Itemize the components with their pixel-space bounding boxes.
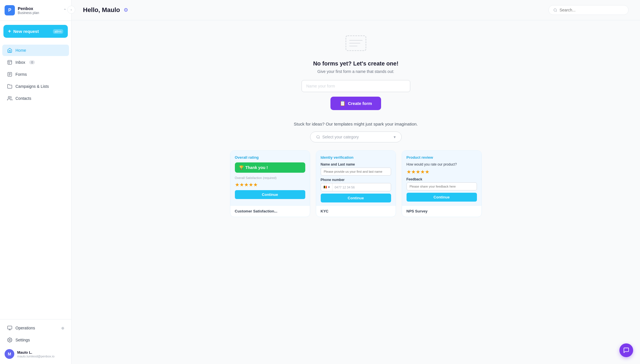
form-icon: 📋 <box>340 100 346 106</box>
satisfaction-label: Overall Satisfaction (required) <box>235 176 305 180</box>
sidebar-item-home[interactable]: Home <box>2 45 69 56</box>
svg-point-9 <box>9 339 11 341</box>
templates-section: Stuck for ideas? Our templates might jus… <box>83 122 629 217</box>
sidebar-item-settings-label: Settings <box>15 338 30 342</box>
sidebar-item-settings[interactable]: Settings <box>2 334 69 346</box>
sidebar-item-inbox[interactable]: Inbox 0 <box>2 57 69 68</box>
forms-icon <box>7 71 13 77</box>
phone-input-wrap: 🇧🇪 ▾ 0477 12 34 56 <box>321 183 391 191</box>
svg-rect-0 <box>8 60 12 64</box>
product-question: How would you rate our product? <box>407 162 477 166</box>
sidebar-header: P Penbox Business plan ⌃ <box>0 0 71 21</box>
brand-avatar: P <box>5 5 15 15</box>
card-footer-overall: Customer Satisfaction... <box>230 206 310 217</box>
sidebar-item-campaigns[interactable]: Campaigns & Lists <box>2 81 69 92</box>
card-label-product: Product review <box>407 155 477 160</box>
brand-chevron-icon[interactable]: ⌃ <box>63 8 67 13</box>
collapse-button[interactable]: ‹ <box>67 6 75 14</box>
create-form-button[interactable]: 📋 Create form <box>330 97 381 110</box>
product-continue-button[interactable]: Continue <box>407 193 477 202</box>
thankyou-banner: 🏆 Thank you ! <box>235 162 305 173</box>
overall-continue-button[interactable]: Continue <box>235 190 305 199</box>
sidebar-item-campaigns-label: Campaigns & Lists <box>15 84 49 89</box>
svg-point-16 <box>316 136 319 138</box>
new-request-label: New request <box>13 29 39 34</box>
search-icon <box>553 8 557 12</box>
card-label-overall: Overall rating <box>235 155 305 160</box>
card-preview-identity: Identiy verification Name and Last name … <box>316 151 396 206</box>
phone-number-placeholder: 0477 12 34 56 <box>332 184 391 191</box>
sidebar-item-inbox-label: Inbox <box>15 60 25 65</box>
main-content: Hello, Maulo ⚙ No forms yet? Let's creat… <box>72 0 640 364</box>
template-card-identity: Identiy verification Name and Last name … <box>316 150 396 217</box>
inbox-icon <box>7 59 13 65</box>
user-name: Maulo L. <box>17 350 67 355</box>
sidebar-item-operations[interactable]: Operations ⊕ <box>2 322 69 334</box>
sidebar-item-contacts-label: Contacts <box>15 96 31 101</box>
rating-stars: ★★★★★ <box>235 182 305 188</box>
empty-title: No forms yet? Let's create one! <box>313 60 398 67</box>
brand-name: Penbox <box>18 6 63 11</box>
card-preview-product: Product review How would you rate our pr… <box>402 151 482 206</box>
sidebar-item-operations-label: Operations <box>15 326 35 330</box>
name-field-label: Name and Last name <box>321 162 391 166</box>
user-info: Maulo L. maulo.lumleod@penbox.io <box>17 350 67 358</box>
sidebar: ‹ P Penbox Business plan ⌃ + New request… <box>0 0 72 364</box>
plus-icon: + <box>8 28 11 34</box>
phone-field-label: Phone number <box>321 178 391 182</box>
templates-tagline: Stuck for ideas? Our templates might jus… <box>294 122 418 126</box>
svg-rect-6 <box>8 326 12 329</box>
category-select-left: Select your category <box>316 135 359 139</box>
operations-icon <box>7 325 13 331</box>
campaigns-icon <box>7 83 13 89</box>
page-greeting: Hello, Maulo <box>83 6 120 14</box>
search-input[interactable] <box>560 8 624 12</box>
brand-info: Penbox Business plan <box>18 6 63 15</box>
chat-icon <box>623 347 629 353</box>
svg-line-17 <box>319 138 320 139</box>
search-small-icon <box>316 135 320 139</box>
category-select[interactable]: Select your category ▾ <box>310 132 402 142</box>
card-preview-overall: Overall rating 🏆 Thank you ! Overall Sat… <box>230 151 310 206</box>
chat-button[interactable] <box>619 343 633 357</box>
thankyou-text: Thank you ! <box>245 165 268 170</box>
phone-flag: 🇧🇪 ▾ <box>321 183 332 191</box>
product-stars: ★★★★★ <box>407 169 477 175</box>
card-label-identity: Identiy verification <box>321 155 391 160</box>
search-bar[interactable] <box>548 5 629 15</box>
settings-shortcut-icon[interactable]: ⚙ <box>124 7 128 13</box>
name-field-input[interactable] <box>321 168 391 176</box>
user-email: maulo.lumleod@penbox.io <box>17 355 67 358</box>
trophy-icon: 🏆 <box>239 165 244 170</box>
user-avatar: M <box>5 349 14 359</box>
settings-icon <box>7 337 13 343</box>
new-request-button[interactable]: + New request alt+n <box>3 25 68 38</box>
main-body: No forms yet? Let's create one! Give you… <box>72 20 640 364</box>
operations-hover-icon: ⊕ <box>61 326 64 330</box>
brand-plan: Business plan <box>18 11 63 15</box>
empty-illustration <box>342 32 370 55</box>
feedback-label: Feedback <box>407 177 477 181</box>
sidebar-user[interactable]: M Maulo L. maulo.lumleod@penbox.io <box>0 346 71 362</box>
card-footer-product: NPS Survey <box>402 206 482 217</box>
sidebar-bottom: Operations ⊕ Settings M Maulo L. maulo.l… <box>0 319 71 364</box>
home-icon <box>7 47 13 53</box>
svg-point-5 <box>8 96 10 98</box>
form-name-input[interactable] <box>302 80 410 92</box>
contacts-icon <box>7 96 13 101</box>
feedback-input[interactable] <box>407 182 477 190</box>
empty-state: No forms yet? Let's create one! Give you… <box>302 32 410 110</box>
template-card-overall-rating: Overall rating 🏆 Thank you ! Overall Sat… <box>230 150 310 217</box>
card-footer-identity: KYC <box>316 206 396 217</box>
identity-continue-button[interactable]: Continue <box>321 194 391 202</box>
sidebar-item-forms-label: Forms <box>15 72 27 77</box>
sidebar-item-home-label: Home <box>15 48 26 53</box>
sidebar-item-forms[interactable]: Forms <box>2 69 69 80</box>
sidebar-nav: Home Inbox 0 Forms Campaigns & Lists C <box>0 42 71 319</box>
main-header: Hello, Maulo ⚙ <box>72 0 640 20</box>
template-card-product-review: Product review How would you rate our pr… <box>402 150 482 217</box>
sidebar-item-contacts[interactable]: Contacts <box>2 93 69 104</box>
svg-point-10 <box>554 9 556 11</box>
empty-subtitle: Give your first form a name that stands … <box>317 69 394 74</box>
template-cards: Overall rating 🏆 Thank you ! Overall Sat… <box>83 150 629 217</box>
